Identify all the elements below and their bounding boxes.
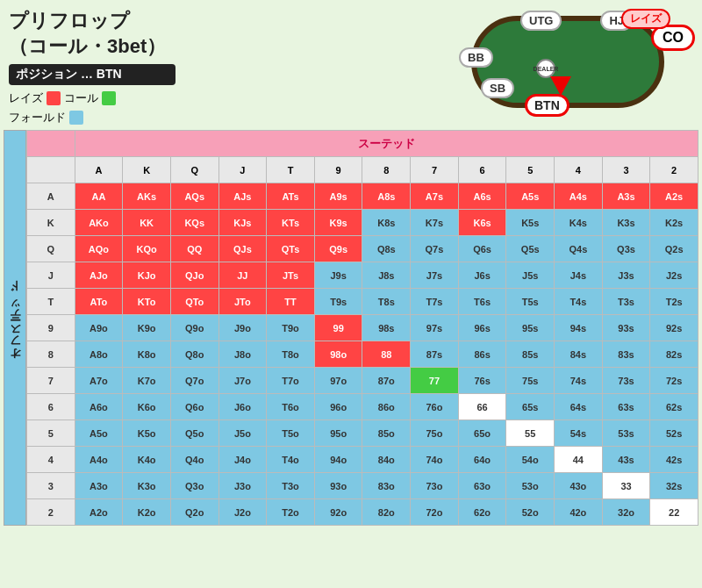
cell-82o: 82o	[362, 499, 411, 526]
cell-75o: 75o	[411, 420, 459, 447]
cell-Q7o: Q7o	[170, 368, 218, 394]
table-row: Q AQo KQo QQ QJs QTs Q9s Q8s Q7s Q6s Q5s…	[27, 236, 698, 262]
cell-J8s: J8s	[362, 262, 411, 289]
col-2: 2	[650, 157, 698, 183]
cell-K7o: K7o	[123, 368, 171, 394]
cell-Q4o: Q4o	[170, 447, 218, 473]
cell-K8s: K8s	[362, 210, 411, 236]
cell-98s: 98s	[362, 315, 411, 341]
cell-76s: 76s	[458, 368, 506, 394]
cell-T9o: T9o	[267, 315, 315, 341]
cell-Q9o: Q9o	[170, 315, 218, 341]
cell-96s: 96s	[458, 315, 506, 341]
cell-52s: 52s	[650, 420, 698, 447]
cell-T8o: T8o	[267, 341, 315, 368]
cell-32o: 32o	[602, 499, 650, 526]
cell-74o: 74o	[411, 447, 459, 473]
cell-K4s: K4s	[555, 210, 603, 236]
pos-sb: SB	[481, 78, 514, 98]
page-title: プリフロップ（コール・3bet）	[9, 9, 176, 59]
cell-J7s: J7s	[411, 262, 459, 289]
position-label: ポジション … BTN	[9, 64, 176, 85]
cell-AQs: AQs	[170, 183, 218, 210]
dealer-chip: DEALER	[536, 59, 555, 78]
cell-Q5o: Q5o	[170, 420, 218, 447]
col-T: T	[267, 157, 315, 183]
cell-72o: 72o	[411, 499, 459, 526]
table-row: 5 A5o K5o Q5o J5o T5o 95o 85o 75o 65o 55…	[27, 420, 698, 447]
cell-43s: 43s	[602, 447, 650, 473]
btn-arrow	[550, 76, 571, 96]
cell-A6o: A6o	[75, 394, 123, 420]
cell-T6s: T6s	[458, 289, 506, 315]
cell-J3s: J3s	[602, 262, 650, 289]
cell-77: 77	[411, 368, 459, 394]
col-J: J	[218, 157, 267, 183]
cell-64o: 64o	[458, 447, 506, 473]
cell-93o: 93o	[314, 473, 362, 499]
cell-K4o: K4o	[123, 447, 171, 473]
cell-A7s: A7s	[411, 183, 459, 210]
cell-Q7s: Q7s	[411, 236, 459, 262]
cell-A2s: A2s	[650, 183, 698, 210]
cell-83s: 83s	[602, 341, 650, 368]
cell-K2o: K2o	[123, 499, 171, 526]
cell-73s: 73s	[602, 368, 650, 394]
cell-55: 55	[506, 420, 555, 447]
call-color	[102, 91, 116, 105]
cell-A9o: A9o	[75, 315, 123, 341]
cell-T9s: T9s	[314, 289, 362, 315]
cell-Q3s: Q3s	[602, 236, 650, 262]
table-row: 4 A4o K4o Q4o J4o T4o 94o 84o 74o 64o 54…	[27, 447, 698, 473]
cell-65s: 65s	[506, 394, 555, 420]
cell-T7o: T7o	[267, 368, 315, 394]
cell-T5s: T5s	[506, 289, 555, 315]
cell-53s: 53s	[602, 420, 650, 447]
cell-63s: 63s	[602, 394, 650, 420]
cell-62o: 62o	[458, 499, 506, 526]
cell-Q8s: Q8s	[362, 236, 411, 262]
row-4: 4	[27, 447, 75, 473]
cell-95s: 95s	[506, 315, 555, 341]
legend-fold-text: フォールド	[9, 110, 66, 125]
cell-K5s: K5s	[506, 210, 555, 236]
cell-KJs: KJs	[218, 210, 267, 236]
cell-92o: 92o	[314, 499, 362, 526]
cell-K8o: K8o	[123, 341, 171, 368]
row-T: T	[27, 289, 75, 315]
cell-QTs: QTs	[267, 236, 315, 262]
corner-cell	[27, 131, 75, 157]
table-row: 9 A9o K9o Q9o J9o T9o 99 98s 97s 96s 95s…	[27, 315, 698, 341]
cell-87o: 87o	[362, 368, 411, 394]
cell-Q8o: Q8o	[170, 341, 218, 368]
cell-A6s: A6s	[458, 183, 506, 210]
cell-KK: KK	[123, 210, 171, 236]
col-3: 3	[602, 157, 650, 183]
legend-text: レイズ	[9, 90, 43, 106]
col-9: 9	[314, 157, 362, 183]
row-Q: Q	[27, 236, 75, 262]
col-A: A	[75, 157, 123, 183]
cell-Q2s: Q2s	[650, 236, 698, 262]
cell-AJo: AJo	[75, 262, 123, 289]
cell-K6s: K6s	[458, 210, 506, 236]
legend-call-text: コール	[64, 90, 98, 106]
col-5: 5	[506, 157, 555, 183]
pos-utg: UTG	[520, 11, 562, 31]
cell-A8s: A8s	[362, 183, 411, 210]
row-6: 6	[27, 394, 75, 420]
table-diagram: DEALER UTG HJ BB SB BTN CO レイズ	[441, 7, 695, 121]
cell-A4o: A4o	[75, 447, 123, 473]
cell-ATs: ATs	[267, 183, 315, 210]
table-row: 6 A6o K6o Q6o J6o T6o 96o 86o 76o 66 65s…	[27, 394, 698, 420]
cell-Q6s: Q6s	[458, 236, 506, 262]
cell-A9s: A9s	[314, 183, 362, 210]
cell-Q4s: Q4s	[555, 236, 603, 262]
col-K: K	[123, 157, 171, 183]
row-K: K	[27, 210, 75, 236]
row-J: J	[27, 262, 75, 289]
cell-JJ: JJ	[218, 262, 267, 289]
row-7: 7	[27, 368, 75, 394]
table-row: T ATo KTo QTo JTo TT T9s T8s T7s T6s T5s…	[27, 289, 698, 315]
cell-83o: 83o	[362, 473, 411, 499]
